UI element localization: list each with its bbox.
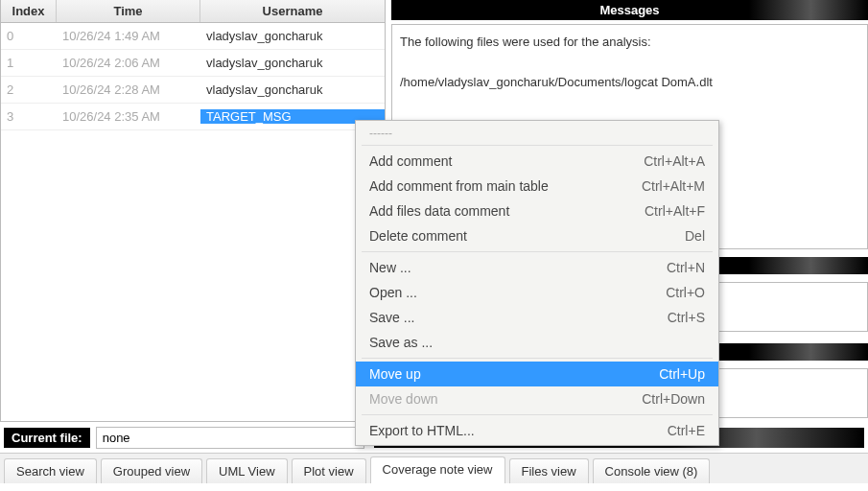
menu-separator: [362, 145, 713, 146]
table-header: Index Time Username: [1, 0, 385, 23]
menu-save[interactable]: Save ... Ctrl+S: [356, 305, 718, 330]
table-row[interactable]: 2 10/26/24 2:28 AM vladyslav_goncharuk: [1, 77, 385, 104]
col-time[interactable]: Time: [57, 0, 200, 22]
tab-strip: Search view Grouped view UML View Plot v…: [0, 453, 868, 483]
menu-add-comment-main[interactable]: Add comment from main table Ctrl+Alt+M: [356, 174, 718, 199]
menu-export-html[interactable]: Export to HTML... Ctrl+E: [356, 418, 718, 443]
tab-coverage-note-view[interactable]: Coverage note view: [370, 456, 505, 483]
table-row[interactable]: 3 10/26/24 2:35 AM TARGET_MSG: [1, 104, 385, 130]
menu-separator: [362, 414, 713, 415]
menu-save-as[interactable]: Save as ...: [356, 330, 718, 355]
menu-move-up[interactable]: Move up Ctrl+Up: [356, 362, 718, 386]
table-row[interactable]: 1 10/26/24 2:06 AM vladyslav_goncharuk: [1, 50, 385, 77]
menu-separator: [362, 251, 713, 252]
menu-new[interactable]: New ... Ctrl+N: [356, 255, 718, 280]
tab-uml-view[interactable]: UML View: [206, 458, 288, 483]
tab-console-view[interactable]: Console view (8): [593, 458, 711, 483]
messages-header: Messages: [391, 0, 868, 20]
tab-grouped-view[interactable]: Grouped view: [101, 458, 202, 483]
menu-move-down: Move down Ctrl+Down: [356, 386, 718, 411]
menu-delete-comment[interactable]: Delete comment Del: [356, 223, 718, 248]
table-row[interactable]: 0 10/26/24 1:49 AM vladyslav_goncharuk: [1, 23, 385, 50]
message-line: The following files were used for the an…: [400, 33, 859, 53]
menu-separator: [362, 358, 713, 359]
tab-plot-view[interactable]: Plot view: [292, 458, 366, 483]
menu-dashes: ------: [356, 123, 718, 142]
table-body: 0 10/26/24 1:49 AM vladyslav_goncharuk 1…: [1, 23, 385, 421]
menu-open[interactable]: Open ... Ctrl+O: [356, 280, 718, 305]
col-username[interactable]: Username: [200, 0, 385, 22]
message-line: /home/vladyslav_goncharuk/Documents/logc…: [400, 73, 859, 93]
tab-search-view[interactable]: Search view: [4, 458, 97, 483]
menu-add-comment[interactable]: Add comment Ctrl+Alt+A: [356, 149, 718, 174]
menu-add-files-data[interactable]: Add files data comment Ctrl+Alt+F: [356, 199, 718, 223]
log-table: Index Time Username 0 10/26/24 1:49 AM v…: [0, 0, 386, 422]
context-menu: ------ Add comment Ctrl+Alt+A Add commen…: [355, 120, 719, 446]
current-file-label: Current file:: [4, 428, 90, 448]
col-index[interactable]: Index: [1, 0, 57, 22]
current-file-input[interactable]: [96, 427, 364, 449]
tab-files-view[interactable]: Files view: [509, 458, 589, 483]
